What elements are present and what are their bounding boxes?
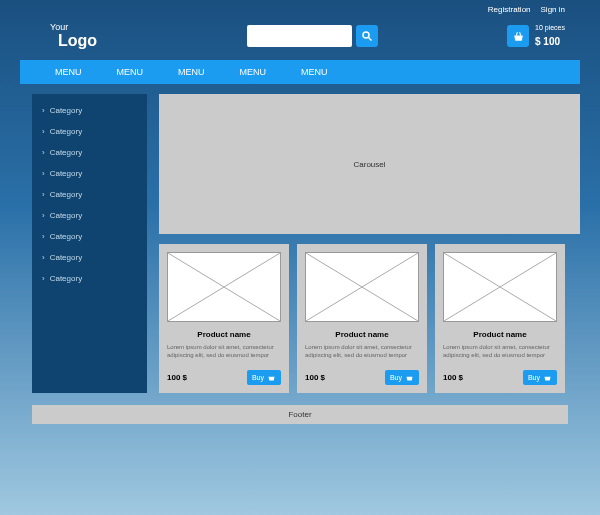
main-content: Category Category Category Category Cate… <box>0 84 600 393</box>
signin-link[interactable]: Sign in <box>541 5 565 14</box>
product-price: 100 $ <box>443 373 463 382</box>
category-item[interactable]: Category <box>32 121 147 142</box>
category-item[interactable]: Category <box>32 142 147 163</box>
svg-line-1 <box>369 38 372 41</box>
basket-icon <box>512 30 525 43</box>
product-footer: 100 $ Buy <box>443 370 557 385</box>
basket-icon <box>267 373 276 382</box>
product-grid: Product name Lorem ipsum dolor sit amet,… <box>159 244 580 393</box>
top-bar: Registration Sign in <box>0 0 600 14</box>
nav-item-4[interactable]: MENU <box>301 67 328 77</box>
product-name: Product name <box>305 330 419 339</box>
svg-point-0 <box>363 32 369 38</box>
basket-icon <box>543 373 552 382</box>
nav-item-2[interactable]: MENU <box>178 67 205 77</box>
cart[interactable]: 10 pieces $ 100 <box>507 24 565 49</box>
category-item[interactable]: Category <box>32 268 147 289</box>
buy-button[interactable]: Buy <box>247 370 281 385</box>
category-sidebar: Category Category Category Category Cate… <box>32 94 147 393</box>
carousel[interactable]: Carousel <box>159 94 580 234</box>
product-description: Lorem ipsum dolor sit amet, consectetur … <box>167 344 281 360</box>
category-item[interactable]: Category <box>32 247 147 268</box>
product-description: Lorem ipsum dolor sit amet, consectetur … <box>443 344 557 360</box>
search-button[interactable] <box>356 25 378 47</box>
product-image-placeholder <box>305 252 419 322</box>
category-item[interactable]: Category <box>32 163 147 184</box>
product-price: 100 $ <box>305 373 325 382</box>
header: Your Logo 10 pieces $ 100 <box>0 14 600 60</box>
cart-total: $ 100 <box>535 36 560 47</box>
product-card: Product name Lorem ipsum dolor sit amet,… <box>435 244 565 393</box>
search-wrap <box>247 25 378 47</box>
product-name: Product name <box>167 330 281 339</box>
logo-prefix: Your <box>50 22 97 32</box>
footer: Footer <box>32 405 568 424</box>
logo-text: Logo <box>58 32 97 49</box>
category-item[interactable]: Category <box>32 100 147 121</box>
nav-item-1[interactable]: MENU <box>117 67 144 77</box>
nav-menu: MENU MENU MENU MENU MENU <box>20 60 580 84</box>
registration-link[interactable]: Registration <box>488 5 531 14</box>
category-item[interactable]: Category <box>32 184 147 205</box>
buy-button[interactable]: Buy <box>385 370 419 385</box>
cart-pieces: 10 pieces <box>535 24 565 31</box>
logo[interactable]: Your Logo <box>50 22 97 50</box>
cart-icon-box <box>507 25 529 47</box>
search-icon <box>361 30 373 42</box>
category-item[interactable]: Category <box>32 205 147 226</box>
product-card: Product name Lorem ipsum dolor sit amet,… <box>159 244 289 393</box>
product-description: Lorem ipsum dolor sit amet, consectetur … <box>305 344 419 360</box>
basket-icon <box>405 373 414 382</box>
product-price: 100 $ <box>167 373 187 382</box>
content-area: Carousel Product name Lorem ipsum dolor … <box>159 94 580 393</box>
product-name: Product name <box>443 330 557 339</box>
product-image-placeholder <box>443 252 557 322</box>
product-card: Product name Lorem ipsum dolor sit amet,… <box>297 244 427 393</box>
cart-info: 10 pieces $ 100 <box>535 24 565 49</box>
category-item[interactable]: Category <box>32 226 147 247</box>
search-input[interactable] <box>247 25 352 47</box>
product-footer: 100 $ Buy <box>305 370 419 385</box>
nav-item-3[interactable]: MENU <box>240 67 267 77</box>
product-footer: 100 $ Buy <box>167 370 281 385</box>
nav-item-0[interactable]: MENU <box>55 67 82 77</box>
product-image-placeholder <box>167 252 281 322</box>
buy-button[interactable]: Buy <box>523 370 557 385</box>
